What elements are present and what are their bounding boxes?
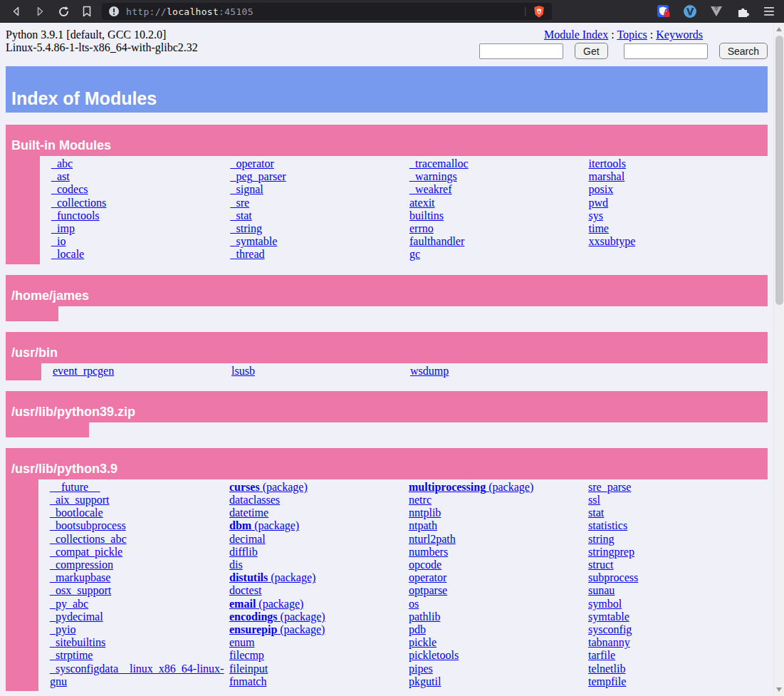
module-link[interactable]: marshal	[589, 170, 764, 183]
module-link[interactable]: _ast	[51, 170, 226, 183]
get-button[interactable]: Get	[575, 43, 608, 59]
module-link[interactable]: operator	[409, 571, 584, 584]
module-link[interactable]: netrc	[409, 494, 584, 507]
module-link[interactable]: xxsubtype	[589, 235, 764, 248]
module-link[interactable]: distutils (package)	[229, 571, 404, 584]
module-link[interactable]: nturl2path	[409, 533, 584, 546]
module-link[interactable]: curses (package)	[229, 481, 404, 494]
module-link[interactable]: _symtable	[231, 235, 406, 248]
bookmark-button[interactable]	[78, 2, 96, 21]
module-link[interactable]: _abc	[51, 157, 226, 170]
module-link[interactable]: dbm (package)	[229, 519, 404, 532]
module-link[interactable]: nntplib	[409, 507, 584, 519]
scroll-up-arrow-icon[interactable]	[776, 27, 782, 31]
module-link[interactable]: _sre	[231, 197, 406, 209]
keywords-link[interactable]: Keywords	[656, 28, 703, 41]
module-link[interactable]: _weakref	[409, 183, 585, 196]
module-link[interactable]: fileinput	[229, 663, 404, 675]
module-link[interactable]: filecmp	[229, 649, 404, 662]
module-link[interactable]: pickle	[409, 636, 584, 649]
module-link[interactable]: string	[588, 533, 763, 546]
module-link[interactable]: stringprep	[588, 546, 763, 559]
module-link[interactable]: faulthandler	[409, 235, 585, 248]
module-link[interactable]: _operator	[231, 157, 406, 170]
module-link[interactable]: pickletools	[409, 649, 584, 662]
module-link[interactable]: difflib	[229, 546, 404, 559]
module-link[interactable]: _pydecimal	[50, 611, 225, 623]
module-link[interactable]: _compression	[50, 559, 225, 571]
module-link[interactable]: _bootlocale	[50, 507, 225, 519]
module-link[interactable]: sunau	[588, 584, 763, 597]
menu-button[interactable]	[761, 4, 777, 19]
module-link[interactable]: dataclasses	[229, 494, 404, 507]
module-link[interactable]: _warnings	[409, 170, 585, 183]
module-link[interactable]: _bootsubprocess	[50, 519, 225, 532]
module-link[interactable]: decimal	[229, 533, 404, 546]
module-link[interactable]: _compat_pickle	[50, 546, 225, 559]
module-link[interactable]: symtable	[588, 611, 763, 623]
search-button[interactable]: Search	[719, 43, 768, 59]
module-link[interactable]: atexit	[409, 197, 585, 209]
module-link[interactable]: _codecs	[51, 183, 226, 196]
module-link[interactable]: struct	[588, 559, 763, 571]
back-button[interactable]	[7, 2, 26, 21]
module-link[interactable]: doctest	[229, 584, 404, 597]
vimium-extension-button[interactable]	[682, 4, 698, 19]
module-link[interactable]: _stat	[231, 209, 406, 222]
module-link[interactable]: optparse	[409, 584, 584, 597]
module-link[interactable]: tempfile	[588, 675, 763, 688]
module-link[interactable]: _strptime	[50, 649, 225, 662]
get-input[interactable]	[479, 43, 563, 59]
module-link[interactable]: tarfile	[588, 649, 763, 662]
module-link[interactable]: pipes	[409, 663, 584, 675]
module-link[interactable]: _io	[51, 235, 226, 248]
module-link[interactable]: ntpath	[409, 519, 584, 532]
module-link[interactable]: _signal	[231, 183, 406, 196]
module-link[interactable]: _sitebuiltins	[50, 636, 225, 649]
module-link[interactable]: pathlib	[409, 611, 584, 623]
module-link[interactable]: encodings (package)	[229, 611, 404, 623]
module-index-link[interactable]: Module Index	[544, 28, 608, 41]
module-link[interactable]: symbol	[588, 598, 763, 611]
module-link[interactable]: time	[589, 222, 764, 235]
module-link[interactable]: builtins	[409, 209, 585, 222]
module-link[interactable]: telnetlib	[588, 663, 763, 675]
module-link[interactable]: _collections_abc	[50, 533, 225, 546]
v-chevron-extension-button[interactable]	[709, 4, 724, 19]
module-link[interactable]: ensurepip (package)	[229, 623, 404, 636]
module-link[interactable]: fnmatch	[229, 675, 404, 688]
module-link[interactable]: enum	[229, 636, 404, 649]
module-link[interactable]: pkgutil	[409, 675, 584, 688]
module-link[interactable]: _peg_parser	[231, 170, 406, 183]
module-link[interactable]: sys	[589, 209, 764, 222]
module-link[interactable]: __future__	[50, 481, 225, 494]
module-link[interactable]: _tracemalloc	[409, 157, 585, 170]
module-link[interactable]: subprocess	[588, 571, 763, 584]
module-link[interactable]: _thread	[231, 248, 406, 261]
module-link[interactable]: statistics	[588, 519, 763, 532]
module-link[interactable]: _collections	[51, 197, 226, 209]
scroll-down-arrow-icon[interactable]	[776, 687, 782, 692]
forward-button[interactable]	[31, 2, 49, 21]
reload-button[interactable]	[54, 2, 73, 21]
module-link[interactable]: _imp	[51, 222, 226, 235]
module-link[interactable]: sre_parse	[588, 481, 763, 494]
module-link[interactable]: email (package)	[229, 598, 404, 611]
module-link[interactable]: pdb	[409, 623, 584, 636]
password-shield-extension-button[interactable]	[656, 4, 671, 19]
site-info-icon[interactable]	[108, 6, 120, 17]
module-link[interactable]: opcode	[409, 559, 584, 571]
module-link[interactable]: errno	[409, 222, 585, 235]
extensions-button[interactable]	[735, 4, 751, 19]
module-link[interactable]: wsdump	[410, 365, 585, 378]
module-link[interactable]: datetime	[229, 507, 404, 519]
module-link[interactable]: stat	[588, 507, 763, 519]
module-link[interactable]: sysconfig	[588, 623, 763, 636]
module-link[interactable]: multiprocessing (package)	[409, 481, 584, 494]
module-link[interactable]: gc	[409, 248, 585, 261]
module-link[interactable]: _pyio	[50, 623, 225, 636]
module-link[interactable]: pwd	[589, 197, 764, 209]
module-link[interactable]: posix	[589, 183, 764, 196]
module-link[interactable]: os	[409, 598, 584, 611]
module-link[interactable]: _py_abc	[50, 598, 225, 611]
